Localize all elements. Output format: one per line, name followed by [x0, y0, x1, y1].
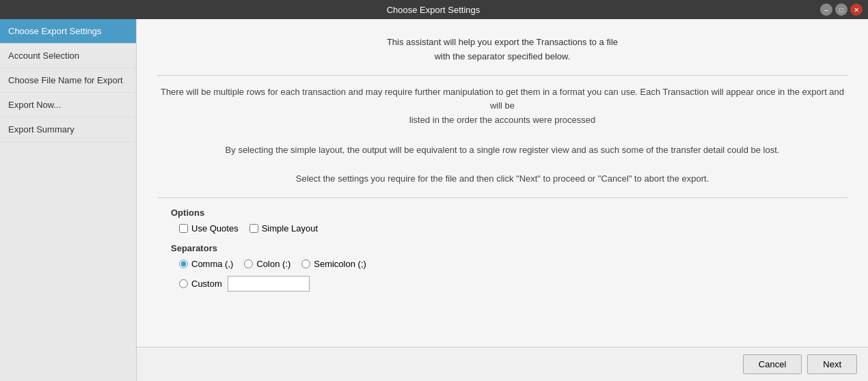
options-section: Options Use Quotes Simple Layout: [157, 208, 847, 292]
colon-radio[interactable]: [244, 259, 253, 268]
semicolon-label: Semicolon (;): [314, 259, 366, 269]
use-quotes-option[interactable]: Use Quotes: [179, 223, 239, 234]
main-window: Choose Export Settings – □ ✕ Choose Expo…: [0, 0, 868, 381]
use-quotes-label: Use Quotes: [191, 223, 239, 234]
body-section: There will be multiple rows for each tra…: [157, 85, 847, 128]
divider-1: [157, 75, 847, 76]
sidebar-item-export-summary[interactable]: Export Summary: [0, 117, 136, 142]
cancel-button[interactable]: Cancel: [743, 354, 802, 374]
comma-option[interactable]: Comma (,): [179, 259, 233, 269]
custom-separator-input[interactable]: [228, 276, 310, 292]
intro-line1: This assistant will help you export the …: [157, 36, 847, 50]
custom-label: Custom: [191, 279, 222, 289]
custom-row: Custom: [171, 276, 847, 292]
colon-label: Colon (:): [256, 259, 290, 269]
semicolon-option[interactable]: Semicolon (;): [301, 259, 366, 269]
intro-line2: with the separator specified below.: [157, 50, 847, 64]
use-quotes-checkbox[interactable]: [179, 224, 188, 233]
close-button[interactable]: ✕: [850, 3, 863, 16]
separators-row: Comma (,) Colon (:) Semicolon (;): [171, 259, 847, 269]
options-label: Options: [171, 208, 847, 218]
sidebar: Choose Export Settings Account Selection…: [0, 19, 137, 381]
select-instruction-section: Select the settings you require for the …: [157, 173, 847, 184]
maximize-button[interactable]: □: [835, 3, 847, 16]
options-row: Use Quotes Simple Layout: [171, 223, 847, 234]
semicolon-radio[interactable]: [301, 259, 310, 268]
minimize-button[interactable]: –: [820, 3, 832, 16]
footer: Cancel Next: [137, 347, 868, 381]
body-section2: By selecting the simple layout, the outp…: [157, 143, 847, 158]
main-content: This assistant will help you export the …: [137, 19, 868, 347]
body-line3: By selecting the simple layout, the outp…: [157, 143, 847, 158]
custom-option[interactable]: Custom: [179, 279, 222, 289]
colon-option[interactable]: Colon (:): [244, 259, 290, 269]
comma-label: Comma (,): [191, 259, 233, 269]
simple-layout-label: Simple Layout: [262, 223, 318, 234]
body-line2: listed in the order the accounts were pr…: [157, 113, 847, 128]
sidebar-item-account-selection[interactable]: Account Selection: [0, 44, 136, 68]
content-area: Choose Export Settings Account Selection…: [0, 19, 868, 381]
sidebar-item-choose-export-settings[interactable]: Choose Export Settings: [0, 19, 136, 44]
custom-radio[interactable]: [179, 279, 188, 288]
next-button[interactable]: Next: [807, 354, 857, 374]
simple-layout-checkbox[interactable]: [249, 224, 258, 233]
select-instruction: Select the settings you require for the …: [157, 173, 847, 184]
comma-radio[interactable]: [179, 259, 188, 268]
simple-layout-option[interactable]: Simple Layout: [249, 223, 318, 234]
separators-section: Separators Comma (,) Colon (:): [171, 243, 847, 292]
sidebar-item-choose-file-name-for-export[interactable]: Choose File Name for Export: [0, 68, 136, 93]
separators-label: Separators: [171, 243, 847, 253]
main-panel: This assistant will help you export the …: [137, 19, 868, 381]
window-controls: – □ ✕: [820, 3, 863, 16]
body-line1: There will be multiple rows for each tra…: [157, 85, 847, 114]
sidebar-item-export-now[interactable]: Export Now...: [0, 93, 136, 117]
divider-2: [157, 197, 847, 198]
intro-section: This assistant will help you export the …: [157, 36, 847, 64]
title-bar: Choose Export Settings – □ ✕: [0, 0, 868, 19]
window-title: Choose Export Settings: [46, 5, 820, 15]
